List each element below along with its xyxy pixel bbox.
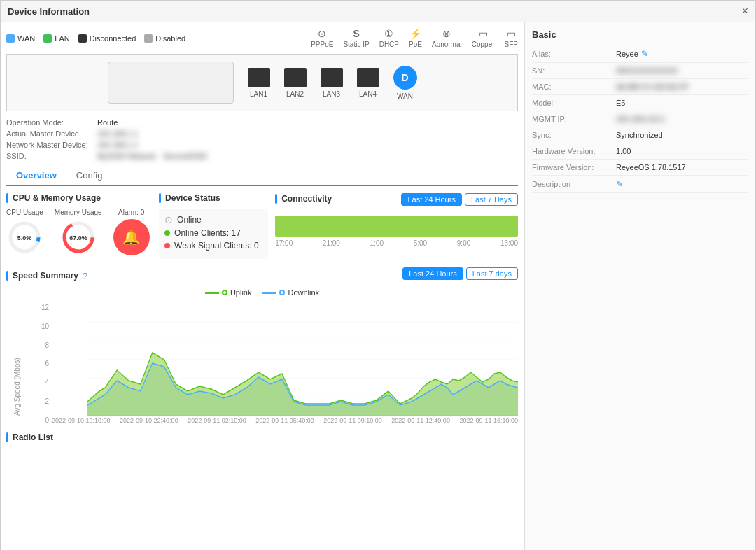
lan4-icon (357, 68, 379, 87)
tab-overview[interactable]: Overview (6, 166, 66, 186)
speed-time-buttons: Last 24 Hours Last 7 days (402, 267, 518, 280)
operation-mode-row: Operation Mode: Route (6, 118, 518, 127)
basic-row-alias: Alias: Reyee ✎ (532, 45, 748, 63)
basic-row-mac: MAC: AA:BB:CC:DD:EE:FF (532, 79, 748, 95)
legend-lan-label: LAN (55, 34, 69, 43)
online-dot (164, 230, 170, 236)
top-sections-row: CPU & Memory Usage CPU Usage 5.0% (6, 193, 518, 259)
device-info-grid: Operation Mode: Route Actual Master Devi… (6, 118, 518, 160)
network-master-row: Network Master Device: 192.168.1.1 (6, 141, 518, 149)
alias-edit-icon[interactable]: ✎ (641, 49, 648, 59)
speed-24h-btn[interactable]: Last 24 Hours (402, 267, 463, 280)
basic-row-fw-ver: Firmware Version: ReyeeOS 1.78.1517 (532, 160, 748, 176)
uplink-label: Uplink (230, 288, 252, 297)
basic-row-sync: Sync: Synchronized (532, 127, 748, 143)
weak-signal-status: Weak Signal Clients: 0 (164, 241, 262, 251)
alarm-item: Alarm: 0 🔔 (113, 209, 150, 255)
hw-ver-value: 1.00 (616, 147, 631, 155)
port-type-static: S Static IP (343, 28, 369, 48)
basic-title: Basic (532, 29, 748, 40)
hw-ver-label: Hardware Version: (532, 147, 616, 155)
help-icon[interactable]: ? (83, 271, 88, 281)
online-check-icon: ⊙ (164, 214, 173, 225)
mac-value: AA:BB:CC:DD:EE:FF (616, 83, 690, 91)
alarm-icon: 🔔 (113, 219, 150, 255)
port-type-copper: ▭ Copper (472, 28, 495, 48)
lan-dot (43, 34, 52, 43)
mac-label: MAC: (532, 83, 616, 91)
downlink-line (262, 292, 276, 294)
sn-value: SNXXXXXXXXXX (616, 66, 678, 75)
speed-summary-title: Speed Summary (6, 271, 78, 281)
online-clients-status: Online Clients: 17 (164, 228, 262, 238)
chart-inner: 12 10 8 6 4 2 0 (52, 304, 518, 424)
basic-row-description: Description ✎ (532, 176, 748, 193)
device-info-window: Device Information × WAN LAN Disconnecte… (0, 0, 756, 550)
basic-row-sn: SN: SNXXXXXXXXXX (532, 63, 748, 79)
alias-value: Reyee ✎ (616, 49, 648, 59)
left-panel: WAN LAN Disconnected Disabled (1, 22, 524, 550)
radio-list-section: Radio List (6, 432, 518, 442)
cpu-memory-section: CPU & Memory Usage CPU Usage 5.0% (6, 193, 152, 259)
disabled-dot (144, 34, 153, 43)
tab-config[interactable]: Config (66, 166, 113, 186)
downlink-label: Downlink (288, 288, 319, 297)
lan3-icon (321, 68, 343, 87)
right-panel: Basic Alias: Reyee ✎ SN: SNXXXXXXXXXX MA… (524, 22, 755, 550)
chart-container: Avg Speed (Mbps) 12 10 8 6 4 2 0 (13, 304, 518, 424)
legend-row: WAN LAN Disconnected Disabled (6, 28, 518, 48)
connectivity-24h-btn[interactable]: Last 24 Hours (401, 193, 461, 206)
overview-content: CPU & Memory Usage CPU Usage 5.0% (6, 193, 518, 442)
cpu-label: CPU Usage (6, 209, 43, 216)
legend-disconnected-label: Disconnected (90, 34, 136, 43)
tabs: Overview Config (6, 166, 518, 186)
window-title: Device Information (8, 6, 90, 17)
port-lan4: LAN4 (357, 68, 379, 98)
legend-lan: LAN (43, 34, 69, 43)
memory-gauge-item: Memory Usage 67.0% (55, 209, 102, 255)
uplink-line (205, 292, 219, 294)
speed-7d-btn[interactable]: Last 7 days (466, 267, 518, 280)
connectivity-times: 17:00 21:00 1:00 5:00 9:00 13:00 (275, 239, 518, 247)
y-axis: 12 10 8 6 4 2 0 (17, 304, 52, 424)
port-lan1: LAN1 (248, 68, 270, 98)
port-lan3: LAN3 (321, 68, 343, 98)
sync-label: Sync: (532, 131, 616, 139)
model-label: Model: (532, 99, 616, 107)
description-value: ✎ (616, 179, 623, 189)
sn-label: SN: (532, 66, 616, 75)
port-type-abnormal: ⊗ Abnormal (432, 28, 462, 48)
sync-value: Synchronized (616, 131, 663, 139)
port-wan: D WAN (393, 66, 417, 100)
memory-gauge: 67.0% (60, 219, 97, 255)
wan-icon: D (393, 66, 417, 90)
cpu-memory-title: CPU & Memory Usage (6, 193, 152, 203)
chart-legend: Uplink Downlink (6, 288, 518, 297)
close-button[interactable]: × (742, 5, 748, 17)
port-type-dhcp: ① DHCP (379, 28, 399, 48)
basic-row-model: Model: E5 (532, 95, 748, 111)
port-type-pppoe: ⊙ PPPoE (311, 28, 333, 48)
online-clients-label: Online Clients: 17 (174, 228, 241, 238)
fw-ver-label: Firmware Version: (532, 163, 616, 171)
port-type-sfp: ▭ SFP (505, 28, 518, 48)
connectivity-time-buttons: Last 24 Hours Last 7 Days (401, 193, 518, 206)
legend-disabled-label: Disabled (155, 34, 186, 43)
uplink-legend: Uplink (205, 288, 252, 297)
port-lan2: LAN2 (284, 68, 307, 98)
speed-summary-header: Speed Summary ? Last 24 Hours Last 7 day… (6, 267, 518, 284)
port-type-poe: ⚡ PoE (409, 28, 422, 48)
connectivity-7d-btn[interactable]: Last 7 Days (465, 193, 518, 206)
mgmt-ip-label: MGMT IP: (532, 115, 616, 123)
connectivity-section: Connectivity Last 24 Hours Last 7 Days 1… (275, 193, 518, 259)
online-label: Online (177, 215, 202, 225)
disconnected-dot (78, 34, 87, 43)
mgmt-ip-value: 192.168.110.1 (616, 115, 665, 123)
x-axis: 2022-09-10 19:10:00 2022-09-10 22:40:00 … (52, 417, 518, 424)
radio-list-title: Radio List (6, 432, 518, 442)
legend-wan: WAN (6, 34, 35, 43)
lan1-icon (248, 68, 270, 87)
description-edit-icon[interactable]: ✎ (616, 179, 623, 189)
basic-row-hw-ver: Hardware Version: 1.00 (532, 143, 748, 160)
alias-label: Alias: (532, 50, 616, 58)
